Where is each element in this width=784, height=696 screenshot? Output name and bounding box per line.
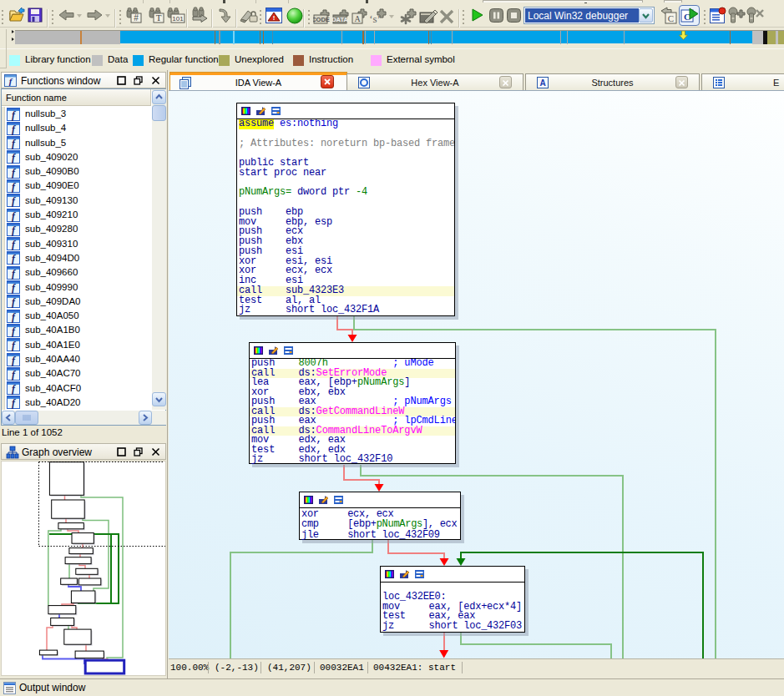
svg-text:#: # [134, 13, 139, 23]
svg-text:DATA: DATA [332, 16, 348, 23]
svg-text:CODE: CODE [313, 16, 330, 23]
svg-text:T: T [156, 13, 162, 23]
svg-text:A: A [354, 14, 361, 23]
svg-text:C: C [668, 13, 674, 23]
svg-text:!: ! [273, 14, 276, 22]
svg-text:‘s’: ‘s’ [370, 13, 381, 25]
svg-text:101: 101 [172, 15, 184, 23]
